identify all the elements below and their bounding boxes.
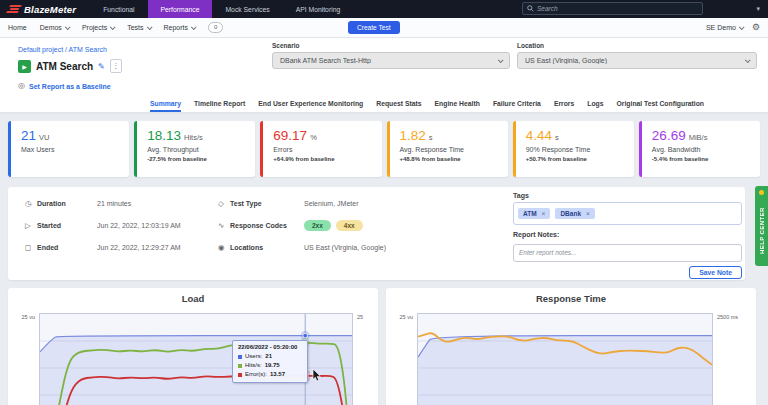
nav-api-monitoring[interactable]: API Monitoring xyxy=(283,0,354,18)
pulse-icon: ∿ xyxy=(218,221,230,230)
run-test-button[interactable]: ▶ xyxy=(18,60,31,73)
report-tabs: Summary Timeline Report End User Experie… xyxy=(0,94,768,113)
search-input[interactable] xyxy=(537,5,698,12)
scenario-select[interactable]: DBank ATM Search Test-Http xyxy=(272,52,510,69)
chevron-down-icon xyxy=(498,57,504,63)
edit-title-icon[interactable]: ✎ xyxy=(98,62,105,71)
nav-home[interactable]: Home xyxy=(8,24,27,31)
search-box[interactable] xyxy=(522,2,703,15)
started-row: ▷ Started Jun 22, 2022, 12:03:19 AM xyxy=(25,219,181,231)
gear-icon[interactable]: ⚙ xyxy=(752,23,760,32)
brand-name: BlazeMeter xyxy=(24,4,76,15)
scenario-label: Scenario xyxy=(272,42,510,49)
load-y-axis-right: 25 xyxy=(353,313,375,405)
play-outline-icon: ▷ xyxy=(25,221,37,230)
response-y-axis-left: 25 vu xyxy=(389,313,417,405)
tab-engine-health[interactable]: Engine Health xyxy=(435,94,480,112)
tags-input[interactable]: ATM× DBank× xyxy=(513,202,742,225)
chevron-down-icon xyxy=(739,24,745,30)
chart-tooltip: 22/06/2022 - 05:20:00 Users:21 Hits/s:19… xyxy=(232,340,308,383)
ended-row: ◻ Ended Jun 22, 2022, 12:29:27 AM xyxy=(25,241,181,253)
response-codes-row: ∿ Response Codes 2xx 4xx xyxy=(218,219,386,231)
tab-request-stats[interactable]: Request Stats xyxy=(376,94,421,112)
remove-tag-icon[interactable]: × xyxy=(586,210,590,217)
tag-icon: ◇ xyxy=(218,199,230,208)
clock-icon: ◷ xyxy=(25,199,37,208)
charts-row: Load 25 vu 22/06/2022 - 05:20:00 Users:2… xyxy=(8,288,756,405)
tooltip-users-row: Users:21 xyxy=(238,352,302,361)
save-note-button[interactable]: Save Note xyxy=(689,266,742,279)
nav-mock-services[interactable]: Mock Services xyxy=(212,0,282,18)
remove-tag-icon[interactable]: × xyxy=(542,210,546,217)
response-time-chart-card: Response Time 25 vu 2500 ms xyxy=(386,288,756,405)
test-type-row: ◇ Test Type Selenium, JMeter xyxy=(218,197,386,209)
response-time-chart-plot[interactable] xyxy=(417,313,713,405)
nav-demos[interactable]: Demos xyxy=(40,24,69,31)
kpi-90-response-time: 4.44s 90% Response Time +50.7% from base… xyxy=(513,121,634,177)
tags-label: Tags xyxy=(513,192,742,199)
mouse-cursor-icon xyxy=(312,369,322,382)
create-test-button[interactable]: Create Test xyxy=(348,21,400,34)
nav-functional[interactable]: Functional xyxy=(90,0,147,18)
lightbulb-icon xyxy=(759,190,764,195)
blazemeter-logo[interactable]: BlazeMeter xyxy=(0,0,90,18)
load-chart-card: Load 25 vu 22/06/2022 - 05:20:00 Users:2… xyxy=(8,288,378,405)
breadcrumb[interactable]: Default project / ATM Search xyxy=(18,46,107,53)
tooltip-hits-row: Hits/s:19.75 xyxy=(238,361,302,370)
tag-chip-atm: ATM× xyxy=(518,208,550,219)
tab-timeline-report[interactable]: Timeline Report xyxy=(194,94,245,112)
stop-icon: ◻ xyxy=(25,243,37,252)
baseline-icon: ◎ xyxy=(18,82,25,90)
report-notes-input[interactable] xyxy=(513,244,742,262)
reports-count-badge: 0 xyxy=(208,22,223,33)
tab-original-test-configuration[interactable]: Original Test Configuration xyxy=(617,94,704,112)
help-center-tab[interactable]: HELP CENTER xyxy=(755,186,768,266)
kpi-errors: 69.17% Errors +64.9% from baseline xyxy=(260,121,381,177)
location-select[interactable]: US East (Virginia, Google) xyxy=(517,52,757,69)
location-label: Location xyxy=(517,42,757,49)
status-badge-4xx: 4xx xyxy=(336,220,363,231)
top-navbar: BlazeMeter Functional Performance Mock S… xyxy=(0,0,768,18)
chevron-down-icon xyxy=(110,24,116,30)
locations-row: ◉ Locations US East (Virginia, Google) xyxy=(218,241,386,253)
tab-logs[interactable]: Logs xyxy=(587,94,603,112)
kpi-avg-response-time: 1.82s Avg. Response Time +48.8% from bas… xyxy=(387,121,508,177)
chevron-down-icon xyxy=(191,24,197,30)
tag-chip-dbank: DBank× xyxy=(555,208,594,219)
tab-failure-criteria[interactable]: Failure Criteria xyxy=(493,94,541,112)
account-chevron-down-icon[interactable]: ▾ xyxy=(756,5,760,12)
page-title: ATM Search xyxy=(36,61,93,72)
account-menu[interactable]: SE Demo xyxy=(706,24,743,31)
nav-reports[interactable]: Reports xyxy=(164,24,196,31)
kpi-avg-throughput: 18.13Hits/s Avg. Throughput -27.5% from … xyxy=(134,121,255,177)
nav-tests[interactable]: Tests xyxy=(127,24,150,31)
more-options-button[interactable]: ⋮ xyxy=(110,59,122,73)
sub-navbar: Home Demos Projects Tests Reports 0 Crea… xyxy=(0,18,768,38)
status-badge-2xx: 2xx xyxy=(304,220,331,231)
report-notes-label: Report Notes: xyxy=(513,231,742,238)
response-y-axis-right: 2500 ms xyxy=(713,313,753,405)
load-y-axis-left: 25 vu xyxy=(11,313,39,405)
load-chart-title: Load xyxy=(11,293,375,305)
response-time-chart-title: Response Time xyxy=(389,293,753,305)
series-dot xyxy=(238,364,242,368)
series-dot xyxy=(238,373,242,377)
search-icon xyxy=(527,5,534,12)
location-pin-icon: ◉ xyxy=(218,243,230,252)
chevron-down-icon xyxy=(745,57,751,63)
blazemeter-logo-icon xyxy=(6,5,22,13)
kpi-row: 21VU Max Users 18.13Hits/s Avg. Throughp… xyxy=(8,121,760,177)
chevron-down-icon xyxy=(146,24,152,30)
duration-row: ◷ Duration 21 minutes xyxy=(25,197,181,209)
tab-summary[interactable]: Summary xyxy=(150,94,181,112)
test-details-panel: ◷ Duration 21 minutes ▷ Started Jun 22, … xyxy=(8,187,745,280)
tab-errors[interactable]: Errors xyxy=(554,94,574,112)
load-chart-plot[interactable]: 22/06/2022 - 05:20:00 Users:21 Hits/s:19… xyxy=(39,313,353,405)
chevron-down-icon xyxy=(65,24,71,30)
nav-performance[interactable]: Performance xyxy=(148,0,213,18)
tooltip-errors-row: Error(s):13.57 xyxy=(238,370,302,379)
set-baseline-link[interactable]: Set Report as a Baseline xyxy=(29,83,111,90)
kpi-avg-bandwidth: 26.69MiB/s Avg. Bandwidth -5.4% from bas… xyxy=(639,121,760,177)
tab-end-user-experience[interactable]: End User Experience Monitoring xyxy=(258,94,363,112)
nav-projects[interactable]: Projects xyxy=(82,24,114,31)
